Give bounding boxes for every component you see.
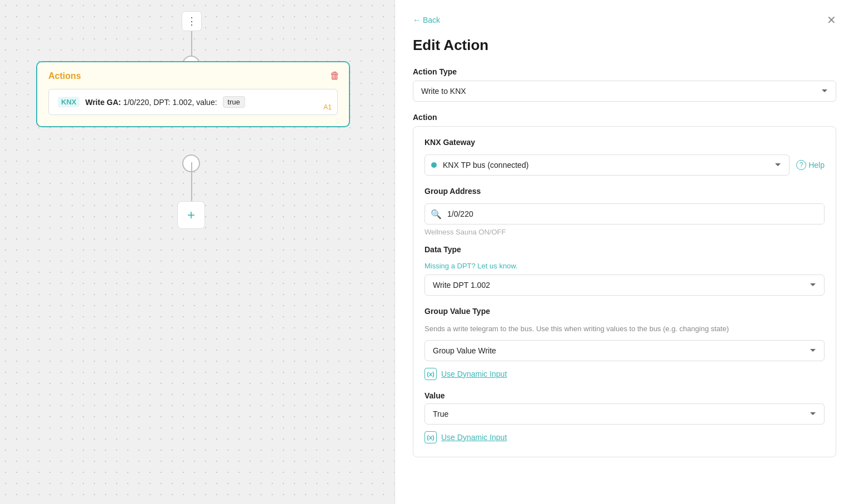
group-address-label: Group Address — [424, 187, 825, 196]
close-button[interactable]: ✕ — [827, 13, 836, 27]
dynamic-input-row-2: (x) Use Dynamic Input — [424, 431, 825, 443]
action-item-label: A1 — [323, 103, 332, 111]
dpt-value: 1.002, — [172, 98, 194, 107]
value-label: Value — [424, 391, 825, 400]
value-select[interactable]: True False — [424, 403, 825, 425]
use-dynamic-input-2[interactable]: Use Dynamic Input — [441, 433, 507, 442]
value-label: value: — [196, 98, 217, 107]
help-link[interactable]: ? Help — [796, 160, 825, 170]
delete-icon[interactable]: 🗑 — [330, 70, 340, 82]
gateway-row: KNX TP bus (connected) ? Help — [424, 154, 825, 176]
ga-address: 1/0/220, — [123, 98, 152, 107]
gateway-select-wrap: KNX TP bus (connected) — [424, 154, 790, 176]
action-item-text: Write GA: 1/0/220, DPT: 1.002, value: — [85, 98, 217, 107]
actions-card: Actions 🗑 KNX Write GA: 1/0/220, DPT: 1.… — [36, 61, 350, 127]
right-panel: ← Back ✕ Edit Action Action Type Write t… — [394, 0, 854, 504]
dpt-missing-link[interactable]: Missing a DPT? Let us know. — [424, 262, 825, 270]
back-link[interactable]: ← Back — [413, 16, 440, 24]
group-address-row: 🔍 — [424, 203, 825, 224]
data-type-select[interactable]: Write DPT 1.002 — [424, 275, 825, 296]
group-value-type-desc: Sends a write telegram to the bus. Use t… — [424, 323, 825, 335]
knx-badge: KNX — [58, 97, 79, 107]
search-icon: 🔍 — [425, 209, 447, 219]
actions-card-title: Actions — [48, 71, 338, 81]
group-value-type-select[interactable]: Group Value Write Group Value Read — [424, 340, 825, 361]
add-node-button[interactable]: + — [177, 201, 205, 229]
group-address-input[interactable] — [447, 204, 824, 224]
plus-icon: + — [187, 207, 195, 223]
knx-gateway-label: KNX Gateway — [424, 138, 825, 147]
value-section: Value True False (x) Use Dynamic Input — [424, 391, 825, 443]
group-value-type-label: Group Value Type — [424, 307, 825, 316]
help-circle-icon: ? — [796, 160, 806, 170]
dynamic-input-row-1: (x) Use Dynamic Input — [424, 368, 825, 380]
group-address-hint: Wellness Sauna ON/OFF — [424, 228, 825, 236]
knx-gateway-select[interactable]: KNX TP bus (connected) — [424, 154, 790, 176]
write-ga-label: Write GA: — [85, 98, 121, 107]
connector-line-bottom — [191, 162, 192, 201]
menu-dots-icon: ⋮ — [187, 15, 197, 27]
action-item-value: true — [223, 96, 245, 108]
use-dynamic-input-1[interactable]: Use Dynamic Input — [441, 370, 507, 378]
node-menu-button[interactable]: ⋮ — [182, 11, 202, 31]
panel-title: Edit Action — [413, 37, 836, 54]
dynamic-icon-2: (x) — [424, 431, 437, 443]
help-label: Help — [808, 161, 825, 169]
action-section: KNX Gateway KNX TP bus (connected) ? Hel… — [413, 126, 836, 457]
dpt-label: DPT: — [153, 98, 170, 107]
action-item: KNX Write GA: 1/0/220, DPT: 1.002, value… — [48, 89, 338, 115]
canvas-area: ⋮ Actions 🗑 KNX Write GA: 1/0/220, DPT: … — [0, 0, 394, 504]
action-label: Action — [413, 113, 836, 122]
data-type-label: Data Type — [424, 245, 825, 254]
action-type-select[interactable]: Write to KNX Read from KNX — [413, 81, 836, 102]
panel-header: ← Back ✕ — [413, 13, 836, 27]
dynamic-icon-1: (x) — [424, 368, 437, 380]
action-type-label: Action Type — [413, 67, 836, 76]
gateway-connected-dot — [431, 162, 437, 168]
